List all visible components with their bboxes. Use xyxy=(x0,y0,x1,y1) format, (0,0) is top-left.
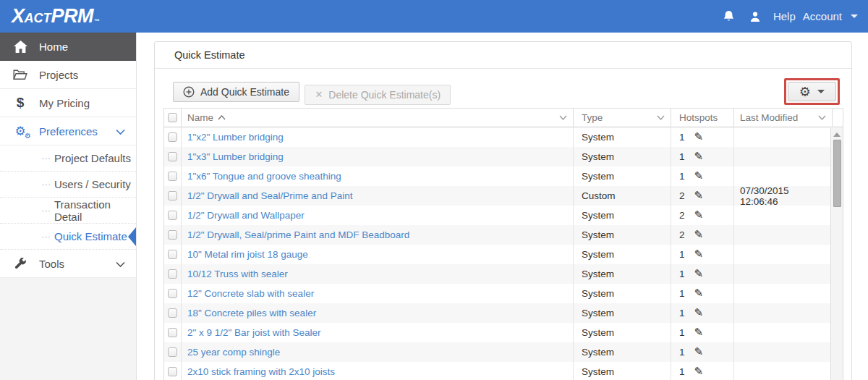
sidebar-item-tools[interactable]: Tools xyxy=(0,250,136,278)
edit-pencil-icon[interactable]: ✎ xyxy=(694,151,704,162)
type-cell: System xyxy=(582,210,614,221)
table-row: 1/2" Drywall, Seal/prime Paint and MDF B… xyxy=(164,225,832,245)
column-header-hotspots[interactable]: Hotspots xyxy=(671,108,733,127)
sidebar-item-my-pricing[interactable]: $ My Pricing xyxy=(0,89,136,117)
estimate-name-link[interactable]: 1/2" Drywall, Seal/prime Paint and MDF B… xyxy=(187,229,409,240)
edit-pencil-icon[interactable]: ✎ xyxy=(694,366,704,377)
delete-quick-estimate-button[interactable]: ✕ Delete Quick Estimate(s) xyxy=(305,85,451,105)
hotspots-count: 1 xyxy=(679,347,685,358)
column-menu-chevron-icon[interactable] xyxy=(657,115,665,120)
sidebar-item-projects[interactable]: Projects xyxy=(0,61,136,89)
column-header-last-modified[interactable]: Last Modified xyxy=(733,108,832,127)
logo-text: X xyxy=(12,5,25,28)
row-checkbox[interactable] xyxy=(168,347,177,357)
delete-button-label: Delete Quick Estimate(s) xyxy=(328,89,441,101)
user-account-icon[interactable] xyxy=(747,11,763,22)
sidebar-subitem-label: Quick Estimate xyxy=(54,230,127,242)
settings-dropdown-button[interactable]: ⚙ xyxy=(788,82,836,101)
hotspots-count: 1 xyxy=(679,151,685,162)
column-label: Name xyxy=(187,112,213,123)
table-row: 2" x 9 1/2" Bar joist with Sealer System… xyxy=(164,323,832,342)
column-header-type[interactable]: Type xyxy=(573,108,671,127)
row-checkbox[interactable] xyxy=(168,152,177,161)
column-menu-chevron-icon[interactable] xyxy=(818,115,826,120)
column-menu-chevron-icon[interactable] xyxy=(559,115,567,120)
sidebar-item-transaction-detail[interactable]: Transaction Detail xyxy=(0,198,136,224)
table-row: 25 year comp shingle System 1 ✎ xyxy=(164,342,832,362)
vertical-scrollbar[interactable] xyxy=(830,128,843,380)
hotspots-count: 1 xyxy=(679,288,685,299)
sidebar-item-label: Home xyxy=(39,41,68,53)
account-menu-item[interactable]: Account xyxy=(803,10,842,22)
row-checkbox[interactable] xyxy=(168,230,177,240)
sidebar-item-preferences[interactable]: ⚙⚙ Preferences xyxy=(0,117,136,145)
toolbar: Add Quick Estimate ✕ Delete Quick Estima… xyxy=(173,82,842,103)
scrollbar-thumb[interactable] xyxy=(833,140,841,207)
edit-pencil-icon[interactable]: ✎ xyxy=(694,210,704,221)
account-caret-down-icon[interactable] xyxy=(851,14,858,18)
table-row: 10/12 Truss with sealer System 1 ✎ xyxy=(164,264,832,284)
estimate-name-link[interactable]: 12" Concrete slab with sealer xyxy=(187,288,314,299)
column-header-name[interactable]: Name xyxy=(181,108,573,127)
row-checkbox[interactable] xyxy=(168,308,177,318)
chevron-down-icon xyxy=(116,258,125,270)
hotspots-count: 1 xyxy=(679,249,685,260)
help-menu-item[interactable]: Help xyxy=(773,10,796,22)
edit-pencil-icon[interactable]: ✎ xyxy=(694,229,704,240)
row-checkbox[interactable] xyxy=(168,250,177,259)
edit-pencil-icon[interactable]: ✎ xyxy=(694,269,704,279)
estimate-name-link[interactable]: 18" Concrete piles with sealer xyxy=(187,308,316,318)
estimate-name-link[interactable]: 1/2" Drywall and Seal/Prime and Paint xyxy=(187,190,352,201)
estimate-name-link[interactable]: 1"x6" Tongue and groove sheathing xyxy=(187,171,341,182)
table-row: 2x10 stick framing with 2x10 joists Syst… xyxy=(164,362,832,380)
row-checkbox[interactable] xyxy=(168,269,177,279)
hotspots-count: 1 xyxy=(679,308,685,318)
add-quick-estimate-button[interactable]: Add Quick Estimate xyxy=(173,82,299,102)
row-checkbox[interactable] xyxy=(168,328,177,337)
row-checkbox[interactable] xyxy=(168,172,177,181)
type-cell: System xyxy=(582,132,614,143)
edit-pencil-icon[interactable]: ✎ xyxy=(694,347,704,358)
notifications-bell-icon[interactable] xyxy=(721,10,737,23)
estimate-name-link[interactable]: 2x10 stick framing with 2x10 joists xyxy=(187,366,335,377)
edit-pencil-icon[interactable]: ✎ xyxy=(694,249,704,260)
app-logo: XACTPRM™ xyxy=(12,5,100,28)
x-icon: ✕ xyxy=(315,89,323,100)
estimate-name-link[interactable]: 1"x3" Lumber bridging xyxy=(187,151,284,162)
annotation-highlight-box: ⚙ xyxy=(784,78,840,105)
row-checkbox[interactable] xyxy=(168,211,177,220)
edit-pencil-icon[interactable]: ✎ xyxy=(694,288,704,299)
estimate-name-link[interactable]: 1/2" Drywall and Wallpaper xyxy=(187,210,305,221)
edit-pencil-icon[interactable]: ✎ xyxy=(694,171,704,182)
hotspots-count: 2 xyxy=(679,210,685,221)
type-cell: System xyxy=(582,288,614,299)
sidebar-item-home[interactable]: Home xyxy=(0,33,136,61)
estimate-name-link[interactable]: 2" x 9 1/2" Bar joist with Sealer xyxy=(187,327,320,338)
gear-icon: ⚙ xyxy=(799,85,811,98)
edit-pencil-icon[interactable]: ✎ xyxy=(694,327,704,338)
row-checkbox[interactable] xyxy=(168,132,177,142)
row-checkbox[interactable] xyxy=(168,289,177,298)
sidebar-item-quick-estimate[interactable]: Quick Estimate xyxy=(0,224,136,250)
table-body: 1"x2" Lumber bridging System 1 ✎ 1"x3" L… xyxy=(164,127,843,380)
estimate-name-link[interactable]: 1"x2" Lumber bridging xyxy=(187,132,284,143)
wrench-icon xyxy=(12,257,28,270)
estimate-name-link[interactable]: 10" Metal rim joist 18 gauge xyxy=(187,249,308,260)
sidebar-nav: Home Projects $ My Pricing ⚙⚙ Preference… xyxy=(0,33,137,380)
estimate-name-link[interactable]: 25 year comp shingle xyxy=(187,347,280,358)
estimate-name-link[interactable]: 10/12 Truss with sealer xyxy=(187,269,288,279)
sidebar-item-users-security[interactable]: Users / Security xyxy=(0,172,136,198)
sidebar-subitem-label: Project Defaults xyxy=(54,152,131,164)
scroll-up-arrow-icon[interactable] xyxy=(833,132,841,137)
home-icon xyxy=(12,41,28,53)
hotspots-count: 1 xyxy=(679,171,685,182)
select-all-checkbox[interactable] xyxy=(168,113,177,122)
edit-pencil-icon[interactable]: ✎ xyxy=(694,308,704,318)
last-modified-cell: 07/30/2015 12:06:46 xyxy=(740,185,826,207)
row-checkbox[interactable] xyxy=(168,367,177,376)
dollar-icon: $ xyxy=(12,95,28,111)
edit-pencil-icon[interactable]: ✎ xyxy=(694,190,704,201)
edit-pencil-icon[interactable]: ✎ xyxy=(694,132,704,143)
sidebar-item-project-defaults[interactable]: Project Defaults xyxy=(0,145,136,172)
row-checkbox[interactable] xyxy=(168,191,177,200)
